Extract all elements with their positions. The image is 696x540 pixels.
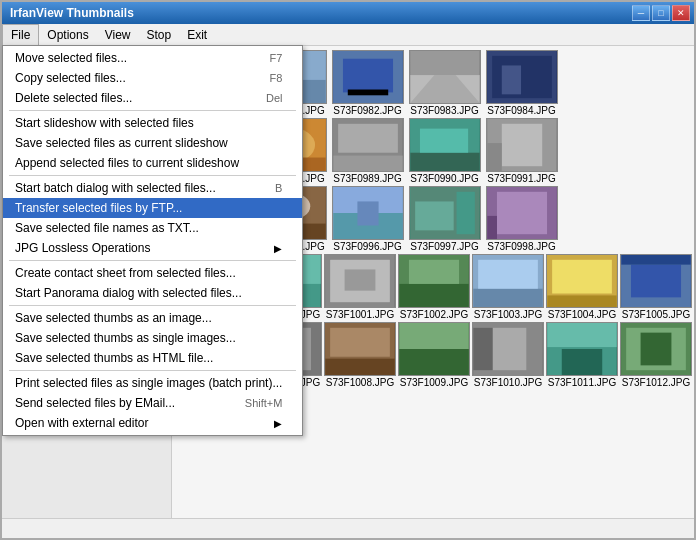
minimize-button[interactable]: ─ [632,5,650,21]
svg-rect-56 [409,260,459,284]
thumb-cell[interactable]: S73F1003.JPG [472,254,544,320]
svg-rect-79 [493,328,527,370]
thumb-cell[interactable]: S73F1010.JPG [472,322,544,388]
thumbnail-image [620,254,692,308]
thumb-cell[interactable]: S73F1012.JPG [620,322,692,388]
thumbnail-image [409,186,481,240]
thumbnail-image [472,254,544,308]
thumb-cell[interactable]: S73F1002.JPG [398,254,470,320]
menu-slideshow-save[interactable]: Save selected files as current slideshow [3,133,302,153]
menu-delete-files[interactable]: Delete selected files... Del [3,88,302,108]
thumb-cell[interactable]: S73F0996.JPG [330,186,405,252]
menu-slideshow-start[interactable]: Start slideshow with selected files [3,113,302,133]
menu-save-thumbs-image[interactable]: Save selected thumbs as an image... [3,308,302,328]
thumb-cell[interactable]: S73F0989.JPG [330,118,405,184]
menu-save-names[interactable]: Save selected file names as TXT... [3,218,302,238]
thumb-cell[interactable]: S73F0991.JPG [484,118,559,184]
thumb-cell[interactable]: S73F1009.JPG [398,322,470,388]
thumb-cell[interactable]: S73F0998.JPG [484,186,559,252]
separator-1 [9,110,296,111]
svg-rect-74 [325,359,394,375]
svg-rect-59 [478,260,538,289]
thumb-label: S73F1008.JPG [326,377,394,388]
menu-panorama[interactable]: Start Panorama dialog with selected file… [3,283,302,303]
thumb-label: S73F1002.JPG [400,309,468,320]
svg-rect-43 [496,192,546,234]
separator-2 [9,175,296,176]
svg-rect-83 [562,349,602,375]
thumb-label: S73F0997.JPG [410,241,478,252]
thumb-cell[interactable]: S73F0982.JPG [330,50,405,116]
thumb-cell[interactable]: S73F1001.JPG [324,254,396,320]
svg-rect-53 [345,269,376,290]
thumbnail-image [546,254,618,308]
thumb-cell[interactable]: S73F0984.JPG [484,50,559,116]
menu-file[interactable]: File [2,24,39,45]
svg-rect-8 [347,90,387,96]
svg-rect-58 [473,289,542,307]
svg-rect-44 [487,216,497,239]
thumb-cell[interactable]: S73F1004.JPG [546,254,618,320]
menu-move-files[interactable]: Move selected files... F7 [3,48,302,68]
thumb-label: S73F0998.JPG [487,241,555,252]
menu-print[interactable]: Print selected files as single images (b… [3,373,302,393]
separator-3 [9,260,296,261]
window-title: IrfanView Thumbnails [6,6,134,20]
svg-rect-73 [330,328,390,357]
thumb-cell[interactable]: S73F1011.JPG [546,322,618,388]
menu-ftp-transfer[interactable]: Transfer selected files by FTP... [3,198,302,218]
thumb-cell[interactable]: S73F0990.JPG [407,118,482,184]
svg-rect-65 [621,255,690,265]
thumbnail-image [486,186,558,240]
thumb-label: S73F1001.JPG [326,309,394,320]
svg-rect-55 [399,284,468,307]
thumbnail-image [324,322,396,376]
separator-5 [9,370,296,371]
submenu-arrow-2: ▶ [274,418,282,429]
menu-batch-dialog[interactable]: Start batch dialog with selected files..… [3,178,302,198]
close-button[interactable]: ✕ [672,5,690,21]
thumb-label: S73F1012.JPG [622,377,690,388]
status-bar [2,518,694,538]
svg-rect-61 [552,260,612,294]
menu-copy-files[interactable]: Copy selected files... F8 [3,68,302,88]
thumbnail-image [409,118,481,172]
svg-rect-86 [641,333,672,366]
menu-view[interactable]: View [97,24,139,45]
thumbnail-image [398,322,470,376]
svg-rect-64 [631,265,681,298]
menu-bar: File Options View Stop Exit Move selecte… [2,24,694,46]
thumb-cell[interactable]: S73F1008.JPG [324,322,396,388]
menu-slideshow-append[interactable]: Append selected files to current slidesh… [3,153,302,173]
thumb-label: S73F1003.JPG [474,309,542,320]
svg-rect-26 [419,129,467,153]
main-window: IrfanView Thumbnails ─ □ ✕ File Options … [0,0,696,540]
thumb-label: S73F0982.JPG [333,105,401,116]
thumbnail-image [546,322,618,376]
separator-4 [9,305,296,306]
thumb-label: S73F1009.JPG [400,377,468,388]
menu-save-thumbs-single[interactable]: Save selected thumbs as single images... [3,328,302,348]
menu-stop[interactable]: Stop [139,24,180,45]
menu-exit[interactable]: Exit [179,24,215,45]
maximize-button[interactable]: □ [652,5,670,21]
menu-save-thumbs-html[interactable]: Save selected thumbs as HTML file... [3,348,302,368]
thumb-label: S73F1011.JPG [548,377,616,388]
menu-jpg-lossless[interactable]: JPG Lossless Operations ▶ [3,238,302,258]
thumbnail-image [472,322,544,376]
menu-external-editor[interactable]: Open with external editor ▶ [3,413,302,433]
menu-contact-sheet[interactable]: Create contact sheet from selected files… [3,263,302,283]
window-controls: ─ □ ✕ [632,5,690,21]
menu-email[interactable]: Send selected files by EMail... Shift+M [3,393,302,413]
thumb-label: S73F0989.JPG [333,173,401,184]
thumb-cell[interactable]: S73F0983.JPG [407,50,482,116]
menu-options[interactable]: Options [39,24,96,45]
thumb-cell[interactable]: S73F0997.JPG [407,186,482,252]
svg-rect-41 [456,192,474,234]
thumb-label: S73F1004.JPG [548,309,616,320]
svg-rect-77 [399,349,468,375]
svg-rect-76 [399,323,468,349]
file-dropdown-menu: Move selected files... F7 Copy selected … [2,45,303,436]
title-bar: IrfanView Thumbnails ─ □ ✕ [2,2,694,24]
thumb-cell[interactable]: S73F1005.JPG [620,254,692,320]
